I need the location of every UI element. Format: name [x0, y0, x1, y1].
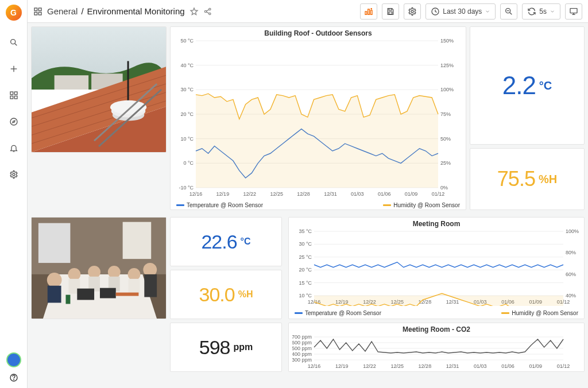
svg-text:20 °C: 20 °C	[299, 267, 312, 273]
search-icon[interactable]	[5, 33, 23, 52]
image-panel-meeting[interactable]	[31, 217, 167, 319]
legend-hum: Humidity @ Room Sensor	[512, 310, 578, 316]
svg-text:50 °C: 50 °C	[180, 38, 194, 44]
user-avatar[interactable]	[6, 352, 21, 367]
save-button[interactable]	[382, 3, 399, 20]
chevron-down-icon	[550, 9, 555, 14]
svg-text:12/28: 12/28	[297, 191, 310, 197]
svg-rect-16	[38, 12, 41, 15]
svg-line-21	[206, 9, 209, 11]
breadcrumb-title[interactable]: Environmental Monitoring	[87, 6, 185, 16]
svg-marker-17	[191, 8, 198, 15]
svg-text:35 °C: 35 °C	[299, 229, 312, 234]
svg-rect-39	[55, 75, 88, 90]
svg-line-1	[14, 44, 17, 46]
legend-temp: Temperature @ Room Sensor	[305, 310, 381, 316]
dashboards-icon[interactable]	[33, 7, 42, 16]
svg-point-93	[88, 266, 100, 278]
svg-text:75%: 75%	[440, 111, 451, 117]
alerts-icon[interactable]	[5, 139, 23, 157]
stat-unit: °C	[241, 236, 251, 247]
svg-rect-90	[48, 286, 61, 303]
svg-text:12/16: 12/16	[189, 191, 203, 197]
chart-outdoor[interactable]: Building Roof - Outdoor Sensors -10 °C0 …	[170, 26, 466, 210]
dashboards-icon[interactable]	[5, 86, 23, 104]
svg-text:01/06: 01/06	[378, 191, 391, 197]
svg-text:12/31: 12/31	[446, 299, 459, 305]
stat-co2[interactable]: 598 ppm	[170, 323, 282, 372]
svg-text:400 ppm: 400 ppm	[292, 351, 312, 357]
chart-co2[interactable]: Meeting Room - CO2 300 ppm400 ppm500 ppm…	[288, 323, 585, 372]
legend-temp: Temperature @ Room Sensor	[187, 202, 263, 208]
refresh-button[interactable]: 5s	[522, 3, 560, 20]
svg-text:01/12: 01/12	[557, 363, 570, 369]
svg-rect-86	[38, 223, 71, 263]
svg-rect-103	[116, 293, 139, 296]
explore-icon[interactable]	[5, 112, 23, 131]
svg-text:01/12: 01/12	[432, 191, 445, 197]
svg-text:30 °C: 30 °C	[299, 241, 312, 247]
add-panel-button[interactable]	[360, 3, 377, 20]
star-icon[interactable]	[189, 7, 199, 16]
stat-indoor-temp[interactable]: 22.6 °C	[170, 217, 282, 266]
svg-text:12/25: 12/25	[270, 191, 283, 197]
svg-text:100%: 100%	[566, 229, 579, 234]
svg-rect-29	[389, 11, 392, 14]
svg-text:300 ppm: 300 ppm	[292, 357, 312, 363]
image-panel-roof[interactable]	[31, 26, 167, 153]
stat-indoor-humidity[interactable]: 30.0 %H	[170, 270, 282, 319]
svg-rect-104	[65, 295, 70, 304]
svg-rect-28	[389, 8, 392, 10]
svg-point-91	[68, 268, 80, 281]
svg-rect-13	[34, 8, 37, 11]
chevron-down-icon	[485, 9, 490, 14]
add-icon[interactable]	[5, 60, 23, 78]
chart-title: Building Roof - Outdoor Sensors	[171, 27, 466, 38]
svg-text:01/09: 01/09	[529, 363, 543, 369]
help-icon[interactable]	[9, 373, 18, 382]
stat-outdoor-humidity[interactable]: 75.5 %H	[470, 148, 585, 210]
svg-point-97	[128, 268, 141, 281]
svg-rect-7	[14, 96, 17, 99]
stat-outdoor-temp[interactable]: 2.2 °C	[470, 26, 585, 145]
svg-rect-4	[10, 92, 13, 95]
svg-text:700 ppm: 700 ppm	[292, 335, 312, 340]
svg-rect-87	[123, 222, 152, 259]
svg-rect-24	[368, 9, 370, 14]
breadcrumb[interactable]: General / Environmental Monitoring	[47, 6, 185, 16]
svg-text:12/16: 12/16	[308, 363, 321, 369]
left-sidebar: G	[0, 0, 28, 388]
svg-text:12/22: 12/22	[363, 363, 376, 369]
svg-rect-14	[38, 8, 41, 11]
svg-point-12	[13, 379, 14, 380]
breadcrumb-folder[interactable]: General	[47, 6, 78, 16]
svg-rect-6	[10, 96, 13, 99]
svg-text:01/09: 01/09	[405, 191, 418, 197]
svg-text:40%: 40%	[566, 293, 576, 298]
svg-text:12/22: 12/22	[243, 191, 257, 197]
timerange-label: Last 30 days	[443, 7, 482, 15]
timerange-picker[interactable]: Last 30 days	[425, 3, 496, 20]
refresh-interval: 5s	[539, 7, 547, 15]
dashboard-settings-button[interactable]	[404, 3, 421, 20]
settings-icon[interactable]	[5, 165, 23, 184]
svg-point-10	[13, 173, 15, 176]
svg-text:25%: 25%	[440, 160, 451, 166]
kiosk-button[interactable]	[565, 3, 582, 20]
stat-unit: %H	[238, 289, 253, 300]
zoom-out-button[interactable]	[500, 3, 517, 20]
svg-rect-35	[570, 8, 577, 13]
svg-text:500 ppm: 500 ppm	[292, 346, 312, 351]
stat-value: 30.0	[199, 284, 235, 306]
stat-unit: °C	[539, 79, 552, 92]
svg-point-8	[10, 118, 17, 125]
svg-point-30	[411, 10, 413, 13]
svg-text:10 °C: 10 °C	[299, 293, 312, 298]
svg-text:100%: 100%	[440, 87, 454, 92]
svg-text:0 °C: 0 °C	[183, 160, 194, 166]
chart-meeting-room[interactable]: Meeting Room 10 °C15 °C20 °C25 °C30 °C35…	[288, 217, 585, 319]
svg-text:60%: 60%	[566, 271, 576, 277]
share-icon[interactable]	[203, 7, 212, 16]
svg-line-33	[510, 12, 512, 14]
app-logo[interactable]: G	[6, 5, 22, 21]
